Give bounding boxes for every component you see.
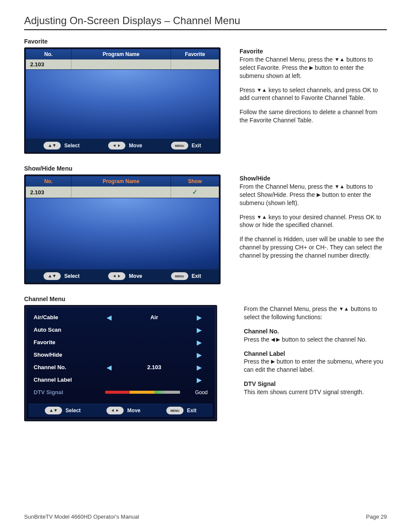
showhide-th-no: No.	[26, 176, 72, 187]
setting-label: Channel Label	[34, 376, 98, 383]
down-up-icon: ▼▲	[257, 87, 267, 93]
showhide-th-name: Program Name	[72, 176, 171, 187]
foot-select[interactable]: Select	[45, 407, 81, 414]
down-up-icon: ▼▲	[339, 306, 349, 312]
title-divider	[24, 29, 387, 30]
favorite-row-no: 2.103	[26, 59, 72, 69]
foot-exit[interactable]: MENU Exit	[171, 142, 201, 149]
channelmenu-desc-p1a: From the Channel Menu, press the	[244, 305, 339, 312]
favorite-osd-panel: No. Program Name Favorite 2.103	[24, 47, 221, 154]
dtv-signal-text: This item shows current DTV signal stren…	[244, 389, 364, 395]
footer-left: SunBriteTV Model 4660HD Operator's Manua…	[24, 513, 139, 520]
favorite-table-header: No. Program Name Favorite	[26, 49, 219, 59]
foot-select-label: Select	[65, 408, 81, 414]
check-icon: ✓	[192, 188, 198, 196]
leftright-key-icon	[108, 272, 125, 280]
channel-label-a: Press the	[244, 358, 271, 365]
arrow-right-icon[interactable]: ▶	[197, 352, 202, 358]
menu-key-icon: MENU	[171, 272, 188, 280]
foot-move[interactable]: Move	[106, 407, 140, 414]
right-icon: ▶	[309, 65, 313, 71]
foot-move-label: Move	[129, 143, 142, 149]
foot-select[interactable]: Select	[44, 142, 79, 149]
showhide-heading: Show/Hide Menu	[24, 165, 387, 172]
menu-key-icon: MENU	[166, 407, 184, 414]
showhide-desc-title: Show/Hide	[240, 175, 271, 182]
showhide-desc-p1a: From the Channel Menu, press the	[240, 183, 334, 190]
setting-label: Air/Cable	[34, 314, 98, 320]
favorite-desc-p3: Follow the same directions to delete a c…	[240, 108, 387, 124]
setting-row-favorite[interactable]: Favorite▶	[32, 336, 209, 348]
updown-key-icon	[44, 142, 61, 149]
favorite-osd-footbar: Select Move MENU Exit	[26, 139, 219, 152]
setting-row-channel-label[interactable]: Channel Label▶	[32, 373, 209, 386]
footer-right: Page 29	[366, 513, 387, 520]
showhide-row-flag: ✓	[171, 187, 219, 198]
foot-exit[interactable]: MENU Exit	[166, 407, 196, 414]
down-up-icon: ▼▲	[334, 56, 345, 62]
setting-value: ◀2.103▶	[101, 364, 208, 370]
setting-value: ◀Air▶	[101, 314, 208, 320]
setting-label: Channel No.	[34, 364, 98, 370]
foot-select-label: Select	[64, 273, 79, 279]
showhide-desc-p2a: Press	[240, 214, 257, 221]
arrow-right-icon[interactable]: ▶	[197, 364, 202, 371]
foot-select[interactable]: Select	[44, 272, 79, 280]
signal-status-label: Good	[187, 389, 208, 395]
updown-key-icon	[44, 272, 61, 280]
signal-strength-bar	[105, 391, 180, 394]
setting-row-air-cable[interactable]: Air/Cable◀Air▶	[32, 311, 209, 324]
favorite-osd-body	[26, 69, 219, 139]
showhide-table-row[interactable]: 2.103 ✓	[26, 187, 219, 198]
menu-key-icon: MENU	[171, 142, 188, 149]
setting-value-text: Air	[150, 314, 158, 320]
arrow-right-icon[interactable]: ▶	[197, 339, 202, 346]
showhide-th-flag: Show	[171, 176, 219, 187]
foot-exit-label: Exit	[192, 273, 201, 279]
foot-move[interactable]: Move	[108, 272, 142, 280]
down-up-icon: ▼▲	[257, 214, 267, 220]
favorite-desc-title: Favorite	[240, 48, 263, 55]
arrow-left-icon[interactable]: ◀	[107, 364, 112, 371]
favorite-heading: Favorite	[24, 38, 387, 45]
left-right-icon: ◀ ▶	[271, 336, 280, 342]
foot-move-label: Move	[129, 273, 142, 279]
foot-exit-label: Exit	[192, 143, 201, 149]
showhide-table-header: No. Program Name Show	[26, 176, 219, 187]
setting-label: Favorite	[34, 339, 98, 345]
showhide-osd-body	[26, 198, 219, 269]
setting-label: DTV Signal	[34, 389, 98, 395]
page-title: Adjusting On-Screen Displays – Channel M…	[24, 15, 387, 27]
setting-row-auto-scan[interactable]: Auto Scan▶	[32, 324, 209, 336]
setting-label: Show/Hide	[34, 352, 98, 358]
channelmenu-heading: Channel Menu	[24, 296, 387, 302]
channel-no-title: Channel No.	[244, 328, 279, 335]
channel-no-b: button to select the channel No.	[280, 336, 367, 343]
channel-label-title: Channel Label	[244, 350, 285, 357]
favorite-th-no: No.	[26, 49, 72, 59]
favorite-desc-p1a: From the Channel Menu, press the	[240, 56, 334, 63]
down-up-icon: ▼▲	[334, 184, 345, 190]
foot-exit[interactable]: MENU Exit	[171, 272, 201, 280]
showhide-osd-footbar: Select Move MENU Exit	[26, 269, 219, 283]
showhide-row-no: 2.103	[26, 187, 72, 198]
setting-label: Auto Scan	[34, 327, 98, 333]
right-icon: ▶	[271, 358, 275, 364]
channelmenu-osd-footbar: Select Move MENU Exit	[28, 404, 213, 417]
showhide-row-name	[72, 187, 171, 198]
favorite-table-row[interactable]: 2.103	[26, 59, 219, 69]
favorite-row-name	[72, 59, 171, 69]
right-icon: ▶	[317, 192, 321, 198]
showhide-desc-p3: If the channel is Hidden, user will be u…	[240, 235, 387, 260]
channel-no-a: Press the	[244, 336, 271, 343]
arrow-right-icon[interactable]: ▶	[197, 314, 202, 321]
setting-row-channel-no-[interactable]: Channel No.◀2.103▶	[32, 361, 209, 373]
leftright-key-icon	[106, 407, 124, 414]
foot-move[interactable]: Move	[108, 142, 142, 149]
setting-row-show-hide[interactable]: Show/Hide▶	[32, 348, 209, 361]
arrow-right-icon[interactable]: ▶	[197, 376, 202, 383]
arrow-left-icon[interactable]: ◀	[107, 314, 112, 321]
arrow-right-icon[interactable]: ▶	[197, 327, 202, 333]
showhide-osd-panel: No. Program Name Show 2.103 ✓	[24, 174, 221, 284]
setting-row-dtv-signal: DTV SignalGood	[32, 386, 209, 398]
